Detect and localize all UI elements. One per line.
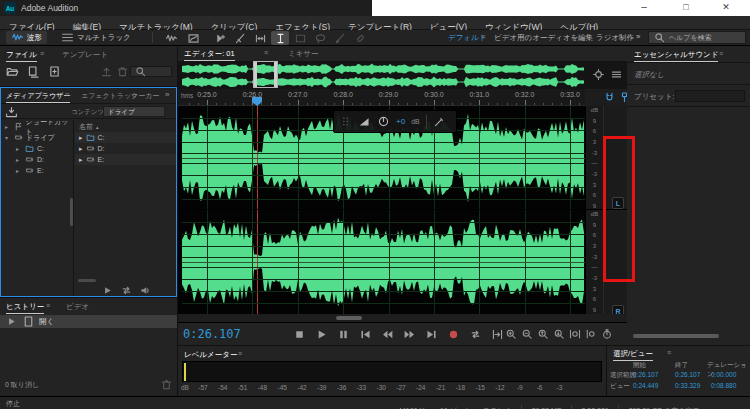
editor-hscrollbar-thumb[interactable]	[336, 316, 362, 320]
edit-tool-button[interactable]	[251, 31, 269, 45]
tab-essential-sound[interactable]: エッセンシャルサウンド	[634, 50, 718, 62]
zoom-in-button[interactable]	[504, 327, 518, 341]
workspace-edit-video-audio[interactable]: ビデオ用のオーディオを編集	[494, 33, 593, 43]
row-end-value[interactable]: 0:26.107	[675, 371, 700, 378]
media-tree-scrollbar[interactable]	[70, 198, 73, 226]
content-dropdown[interactable]: ドライブ	[103, 106, 165, 117]
tab-selection-view[interactable]: 選択/ビュー	[613, 349, 653, 361]
waveform-overview[interactable]	[178, 61, 627, 89]
tab-files[interactable]: ファイル	[6, 50, 37, 62]
edit-tool-button[interactable]	[271, 31, 289, 45]
tree-item[interactable]: ▸C:	[1, 143, 72, 154]
media-autoplay-icon[interactable]	[101, 284, 114, 297]
media-list-item[interactable]: ▸D:	[75, 143, 176, 154]
chevron-icon[interactable]: ▸	[16, 167, 22, 174]
chevron-icon[interactable]: ▸	[16, 145, 22, 152]
media-list-header[interactable]: 名前 ▴	[75, 121, 176, 132]
playhead-marker[interactable]	[251, 96, 263, 107]
skip-end-button[interactable]	[422, 326, 440, 342]
skip-start-button[interactable]	[356, 326, 374, 342]
tab-history[interactable]: ヒストリー	[6, 302, 44, 314]
edit-tool-button[interactable]	[311, 31, 329, 45]
rewind-button[interactable]	[378, 326, 396, 342]
playhead-line[interactable]	[257, 106, 258, 314]
hud-knob-icon[interactable]	[377, 115, 390, 128]
timeline-ruler[interactable]: hms 0:25.00:26.00:27.00:28.00:29.00:30.0…	[178, 89, 585, 106]
preset-field[interactable]	[675, 90, 745, 102]
editor-hscrollbar[interactable]	[178, 314, 627, 322]
tab-templates[interactable]: テンプレート	[62, 50, 108, 60]
edit-tool-button[interactable]	[291, 31, 309, 45]
overview-menu-icon[interactable]	[610, 68, 623, 81]
hud-pin-icon[interactable]	[433, 115, 446, 128]
zoom-out-amp-button[interactable]	[552, 327, 566, 341]
maximize-button[interactable]: □	[672, 1, 700, 15]
media-import-icon[interactable]	[5, 106, 18, 119]
workspace-radio[interactable]: ラジオ制作	[596, 33, 634, 43]
media-browser-menu-icon[interactable]: ≡	[65, 91, 69, 98]
media-tabs-overflow-icon[interactable]: »	[165, 90, 169, 99]
time-display[interactable]: 0:26.107	[183, 327, 241, 341]
row-end-value[interactable]: 0:33.329	[675, 382, 700, 389]
zoom-in-amp-button[interactable]	[536, 327, 550, 341]
es-hscrollbar-thumb[interactable]	[633, 334, 719, 338]
tree-item[interactable]: ▸E:	[1, 165, 72, 176]
row-start-value[interactable]: 0:24.449	[633, 382, 658, 389]
open-folder-icon[interactable]	[6, 65, 19, 78]
snap-toggle-icon[interactable]	[603, 91, 616, 104]
overview-view-box[interactable]	[253, 61, 278, 88]
loop-button[interactable]	[466, 326, 484, 342]
play-button[interactable]	[312, 326, 330, 342]
pause-button[interactable]	[334, 326, 352, 342]
record-button[interactable]	[444, 326, 462, 342]
multitrack-view-button[interactable]: マルチトラック	[56, 31, 136, 44]
overview-handle-right[interactable]	[274, 62, 277, 87]
tab-mixer[interactable]: ミキサー	[288, 49, 319, 59]
chevron-icon[interactable]: ▸	[79, 145, 83, 153]
hud-grip-icon[interactable]	[339, 115, 352, 128]
zoom-sel-left-button[interactable]	[584, 327, 598, 341]
edit-tool-button[interactable]	[231, 31, 249, 45]
workspace-overflow-icon[interactable]: »	[636, 32, 640, 41]
media-list-item[interactable]: ▸C:	[75, 132, 176, 143]
hud-overlay[interactable]: +0 dB	[333, 110, 457, 133]
overview-handle-left[interactable]	[254, 62, 257, 87]
tab-editor[interactable]: エディター: 01	[184, 49, 235, 61]
tree-item[interactable]: ▸ショートカット	[1, 121, 72, 132]
edit-tool-button[interactable]	[211, 31, 229, 45]
edit-tool-button[interactable]	[351, 31, 369, 45]
selection-view-menu-icon[interactable]: ≡	[667, 349, 671, 356]
zoom-out-button[interactable]	[520, 327, 534, 341]
zoom-sel-button[interactable]	[568, 327, 582, 341]
chevron-icon[interactable]: ▾	[5, 134, 11, 141]
chevron-icon[interactable]: ▸	[79, 156, 83, 164]
waveform-canvas[interactable]	[178, 106, 585, 314]
media-loop-icon[interactable]	[120, 284, 133, 297]
chevron-icon[interactable]: ▸	[79, 134, 83, 142]
tab-markers[interactable]: マーカー	[131, 91, 159, 101]
media-speaker-icon[interactable]	[139, 284, 152, 297]
minimize-button[interactable]: –	[630, 1, 658, 15]
essential-sound-menu-icon[interactable]: ≡	[719, 50, 723, 57]
help-search-box[interactable]: ヘルプを検索	[648, 31, 746, 44]
adjust-icon[interactable]	[592, 68, 605, 81]
tab-effects-rack[interactable]: エフェクトラック	[81, 91, 138, 101]
files-panel-menu-icon[interactable]: ≡	[40, 50, 44, 57]
display-mode-button[interactable]	[162, 31, 180, 45]
files-search-box[interactable]	[130, 66, 172, 77]
tree-item[interactable]: ▸D:	[1, 154, 72, 165]
row-start-value[interactable]: 0:26.107	[633, 371, 658, 378]
chevron-icon[interactable]: ▸	[16, 156, 22, 163]
forward-button[interactable]	[400, 326, 418, 342]
workspace-menu-icon[interactable]: ≡	[481, 33, 485, 40]
hud-gain-value[interactable]: +0	[396, 117, 405, 126]
row-duration-value[interactable]: 0:08.880	[711, 382, 736, 389]
row-duration-value[interactable]: 0:00.000	[711, 371, 736, 378]
edit-tool-button[interactable]	[331, 31, 349, 45]
history-item-open[interactable]: 開く	[0, 315, 177, 328]
level-meter-bar[interactable]	[182, 361, 602, 382]
display-mode-button[interactable]	[184, 31, 202, 45]
close-button[interactable]: ✕	[712, 1, 740, 15]
history-panel-menu-icon[interactable]: ≡	[46, 302, 50, 309]
timer-button[interactable]	[600, 327, 614, 341]
